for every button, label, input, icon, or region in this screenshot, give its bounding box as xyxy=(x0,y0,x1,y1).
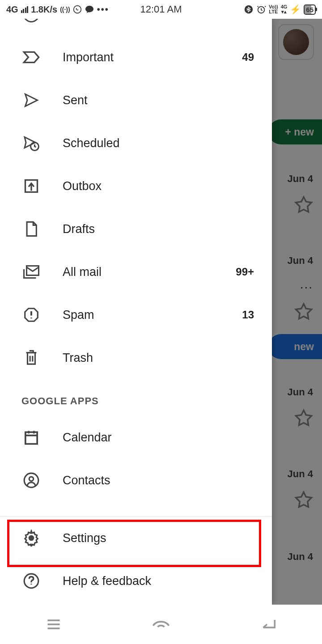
drawer-label: Scheduled xyxy=(63,136,254,150)
email-date: Jun 4 xyxy=(288,255,313,267)
star-icon[interactable] xyxy=(294,409,313,428)
help-icon xyxy=(21,571,41,591)
drafts-icon xyxy=(21,219,41,239)
ellipsis: ... xyxy=(300,277,313,292)
hotspot-icon: ((·)) xyxy=(60,6,70,13)
status-right: Vo)) LTE 4G ▾▴ ⚡ 65 xyxy=(244,4,316,15)
svg-rect-8 xyxy=(25,432,37,444)
drawer-item-spam[interactable]: Spam 13 xyxy=(0,293,272,336)
signal-icon xyxy=(21,6,29,13)
star-icon[interactable] xyxy=(294,195,313,214)
contacts-icon xyxy=(21,470,41,490)
drawer-count: 49 xyxy=(242,51,254,64)
spam-icon xyxy=(21,305,41,325)
drawer-count: 13 xyxy=(242,309,254,321)
star-icon[interactable] xyxy=(294,302,313,321)
profile-avatar-card[interactable] xyxy=(278,24,314,60)
whatsapp-icon xyxy=(73,5,82,14)
calendar-icon xyxy=(21,428,41,447)
svg-point-1 xyxy=(85,6,93,13)
svg-point-10 xyxy=(29,477,34,481)
drawer-item-allmail[interactable]: All mail 99+ xyxy=(0,250,272,293)
drawer-item-trash[interactable]: Trash xyxy=(0,336,272,379)
drawer-label: Outbox xyxy=(63,179,254,193)
email-date: Jun 4 xyxy=(288,386,313,398)
email-date: Jun 4 xyxy=(288,551,313,563)
4g-indicator-2: 4G ▾▴ xyxy=(281,4,288,14)
nav-recent-button[interactable] xyxy=(40,611,67,638)
svg-point-4 xyxy=(24,19,38,22)
background-inbox: + new Jun 4 Jun 4 ... new Jun 4 Jun 4 Ju… xyxy=(272,19,322,605)
avatar-image xyxy=(283,29,309,55)
drawer-label: Contacts xyxy=(63,474,254,487)
drawer-count: 99+ xyxy=(236,266,254,278)
drawer-label: Trash xyxy=(63,351,254,365)
drawer-label: Spam xyxy=(63,308,242,322)
svg-point-0 xyxy=(73,6,81,13)
trash-icon xyxy=(21,348,41,368)
allmail-icon xyxy=(21,262,41,282)
settings-icon xyxy=(21,528,41,548)
drawer-item-snoozed[interactable]: Snoozed xyxy=(0,19,272,36)
email-date: Jun 4 xyxy=(288,468,313,480)
new-badge-green[interactable]: + new xyxy=(272,119,322,144)
navigation-drawer: Snoozed Important 49 Sent Scheduled xyxy=(0,19,272,605)
new-badge-blue[interactable]: new xyxy=(272,334,322,359)
message-icon xyxy=(85,4,94,14)
email-date: Jun 4 xyxy=(288,173,313,185)
status-time: 12:01 AM xyxy=(140,4,182,15)
nav-back-button[interactable] xyxy=(255,611,282,638)
more-icon: ••• xyxy=(97,4,109,15)
drawer-item-scheduled[interactable]: Scheduled xyxy=(0,122,272,165)
alarm-icon xyxy=(256,4,266,14)
drawer-item-contacts[interactable]: Contacts xyxy=(0,459,272,502)
snoozed-icon xyxy=(21,19,41,24)
status-left: 4G 1.8K/s ((·)) ••• xyxy=(6,4,109,15)
important-icon xyxy=(21,47,41,67)
drawer-label: Sent xyxy=(63,93,254,107)
drawer-item-outbox[interactable]: Outbox xyxy=(0,165,272,208)
nav-home-button[interactable] xyxy=(148,611,174,638)
scheduled-icon xyxy=(21,133,41,153)
bluetooth-icon xyxy=(244,4,254,14)
section-header-google-apps: GOOGLE APPS xyxy=(0,379,272,416)
data-speed: 1.8K/s xyxy=(31,4,57,15)
drawer-label: Important xyxy=(63,51,242,64)
drawer-label: Calendar xyxy=(63,431,254,445)
svg-point-11 xyxy=(29,536,34,540)
drawer-item-calendar[interactable]: Calendar xyxy=(0,416,272,459)
drawer-label: Drafts xyxy=(63,222,254,236)
volte-indicator: Vo)) LTE xyxy=(269,4,278,14)
star-icon[interactable] xyxy=(294,491,313,509)
network-type: 4G xyxy=(6,4,18,15)
drawer-item-help[interactable]: Help & feedback xyxy=(0,559,272,602)
status-bar: 4G 1.8K/s ((·)) ••• 12:01 AM Vo)) LTE 4G… xyxy=(0,0,322,19)
drawer-label: Snoozed xyxy=(63,19,254,21)
drawer-label: All mail xyxy=(63,265,236,279)
outbox-icon xyxy=(21,176,41,196)
system-nav-bar xyxy=(0,605,322,644)
battery-indicator: 65 xyxy=(304,4,316,15)
drawer-item-drafts[interactable]: Drafts xyxy=(0,208,272,250)
drawer-label: Settings xyxy=(63,531,254,545)
drawer-item-settings[interactable]: Settings xyxy=(0,517,272,559)
sent-icon xyxy=(21,90,41,110)
drawer-item-important[interactable]: Important 49 xyxy=(0,36,272,79)
drawer-label: Help & feedback xyxy=(63,574,254,588)
drawer-item-sent[interactable]: Sent xyxy=(0,79,272,122)
charging-icon: ⚡ xyxy=(290,4,301,15)
